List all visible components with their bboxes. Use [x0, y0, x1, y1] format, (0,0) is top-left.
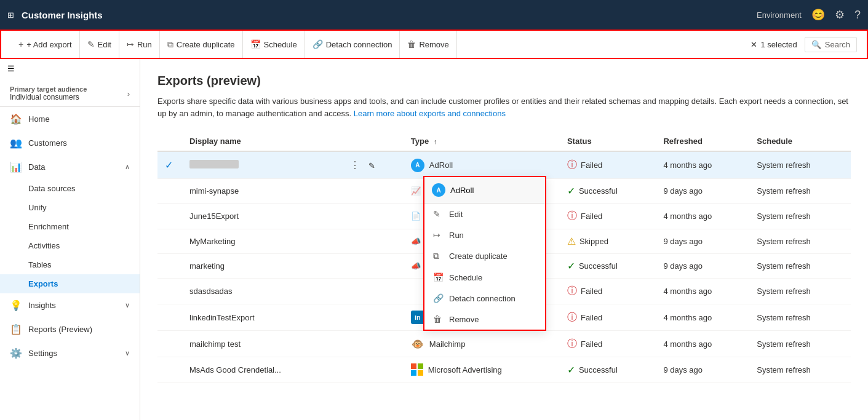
context-menu-header: A AdRoll: [424, 177, 545, 204]
row-refreshed: 9 days ago: [656, 254, 749, 279]
row-refreshed: 9 days ago: [656, 179, 749, 204]
sidebar-home-label: Home: [28, 114, 50, 124]
row-refreshed: 4 months ago: [656, 204, 749, 229]
row-edit-icon[interactable]: ✎: [368, 161, 375, 170]
linkedin-logo: in: [411, 311, 424, 324]
context-duplicate-label: Create duplicate: [449, 252, 508, 261]
settings-icon[interactable]: ⚙: [835, 8, 845, 22]
user-icon[interactable]: 😊: [811, 8, 825, 22]
row-type: Microsoft Advertising: [404, 357, 560, 382]
row-name: linkedinTestExport: [182, 304, 339, 331]
gear-icon: ⚙️: [10, 347, 22, 359]
failed-icon: ⓘ: [567, 210, 577, 223]
success-icon: ✓: [567, 364, 575, 376]
row-name: MsAds Good Crendetial...: [182, 357, 339, 382]
row-status: ✓ Successful: [560, 357, 656, 382]
environment-label: Environment: [757, 10, 802, 20]
context-menu-edit[interactable]: ✎ Edit: [424, 204, 545, 224]
sidebar-item-enrichment[interactable]: Enrichment: [0, 217, 140, 236]
row-schedule: System refresh: [749, 229, 851, 254]
content-area: Exports (preview) Exports share specific…: [140, 59, 868, 420]
sidebar-item-customers[interactable]: 👥 Customers: [0, 131, 140, 155]
hamburger-menu[interactable]: ☰: [0, 59, 140, 78]
app-title: Customer Insights: [22, 10, 757, 20]
context-edit-icon: ✎: [433, 209, 444, 219]
run-button[interactable]: ↦ Run: [119, 31, 160, 58]
blurred-name: [189, 160, 239, 168]
search-icon: 🔍: [811, 40, 821, 49]
customers-icon: 👥: [10, 137, 22, 149]
row-schedule: System refresh: [749, 331, 851, 357]
row-refreshed: 4 months ago: [656, 151, 749, 179]
sidebar-item-tables[interactable]: Tables: [0, 255, 140, 274]
context-menu-detach[interactable]: 🔗 Detach connection: [424, 288, 545, 309]
context-adroll-logo: A: [432, 183, 445, 197]
row-schedule: System refresh: [749, 151, 851, 179]
table-row: ✓ ⋮ ✎ A AdRoll: [157, 151, 851, 179]
sidebar-item-activities[interactable]: Activities: [0, 236, 140, 255]
grid-icon[interactable]: ⊞: [7, 10, 14, 20]
learn-more-link[interactable]: Learn more about exports and connections: [354, 109, 506, 118]
skipped-icon: ⚠: [567, 236, 576, 247]
context-detach-label: Detach connection: [449, 294, 516, 303]
context-schedule-icon: 📅: [433, 272, 444, 282]
main-layout: ☰ Primary target audience Individual con…: [0, 59, 868, 420]
sidebar-reports-label: Reports (Preview): [28, 325, 92, 334]
context-edit-label: Edit: [449, 210, 463, 219]
row-refreshed: 9 days ago: [656, 357, 749, 382]
table-header-status: Status: [560, 132, 656, 151]
row-status: ✓ Successful: [560, 254, 656, 279]
context-remove-label: Remove: [449, 315, 479, 324]
primary-audience-value: Individual consumers: [10, 93, 87, 101]
create-duplicate-button[interactable]: ⧉ Create duplicate: [160, 31, 243, 58]
row-checkbox[interactable]: ✓: [157, 151, 182, 179]
context-menu-schedule[interactable]: 📅 Schedule: [424, 267, 545, 288]
edit-icon: ✎: [87, 39, 95, 49]
failed-icon: ⓘ: [567, 338, 577, 351]
schedule-button[interactable]: 📅 Schedule: [243, 31, 305, 58]
row-refreshed: 4 months ago: [656, 279, 749, 304]
row-name: sdasdsadas: [182, 279, 339, 304]
remove-button[interactable]: 🗑 Remove: [400, 31, 456, 58]
help-icon[interactable]: ?: [854, 9, 861, 22]
context-run-label: Run: [449, 231, 464, 240]
add-export-button[interactable]: + + Add export: [11, 31, 80, 58]
msads-logo: [411, 363, 423, 376]
row-more-button[interactable]: ⋮: [346, 158, 364, 172]
close-selection-icon[interactable]: ✕: [751, 40, 757, 49]
failed-icon: ⓘ: [567, 285, 577, 298]
sidebar-item-data[interactable]: 📊 Data ∧: [0, 155, 140, 179]
sidebar-item-unify[interactable]: Unify: [0, 198, 140, 217]
chevron-right-icon[interactable]: ›: [127, 89, 130, 98]
detach-connection-button[interactable]: 🔗 Detach connection: [305, 31, 400, 58]
page-description: Exports share specific data with various…: [157, 95, 851, 119]
context-menu-duplicate[interactable]: ⧉ Create duplicate: [424, 245, 545, 267]
row-status: ⓘ Failed: [560, 151, 656, 179]
table-header-type[interactable]: Type ↑: [404, 132, 560, 151]
top-navigation: ⊞ Customer Insights Environment 😊 ⚙ ?: [0, 0, 868, 30]
search-box[interactable]: 🔍 Search: [805, 37, 857, 52]
sidebar-item-settings[interactable]: ⚙️ Settings ∨: [0, 341, 140, 365]
row-schedule: System refresh: [749, 279, 851, 304]
sidebar-item-data-sources[interactable]: Data sources: [0, 179, 140, 198]
primary-audience-label: Primary target audience: [10, 85, 87, 93]
context-menu-remove[interactable]: 🗑 Remove: [424, 309, 545, 330]
sidebar-item-home[interactable]: 🏠 Home: [0, 107, 140, 131]
failed-icon: ⓘ: [567, 159, 577, 172]
row-refreshed: 4 months ago: [656, 331, 749, 357]
sidebar-item-insights[interactable]: 💡 Insights ∨: [0, 293, 140, 317]
sidebar-item-exports[interactable]: Exports: [0, 274, 140, 293]
row-actions: ⋮ ✎: [339, 151, 403, 179]
row-type: 🐵 Mailchimp: [404, 331, 560, 357]
sidebar-item-reports[interactable]: 📋 Reports (Preview): [0, 317, 140, 341]
chevron-down-icon: ∨: [125, 301, 130, 309]
success-icon: ✓: [567, 185, 575, 197]
row-type: A AdRoll: [404, 151, 560, 179]
context-menu-run[interactable]: ↦ Run: [424, 224, 545, 245]
sidebar-settings-label: Settings: [28, 349, 57, 358]
analytics-icon: 📈: [411, 186, 421, 196]
marketing2-icon: 📣: [411, 261, 421, 271]
edit-button[interactable]: ✎ Edit: [80, 31, 119, 58]
plus-icon: +: [18, 39, 23, 49]
row-status: ⓘ Failed: [560, 279, 656, 304]
